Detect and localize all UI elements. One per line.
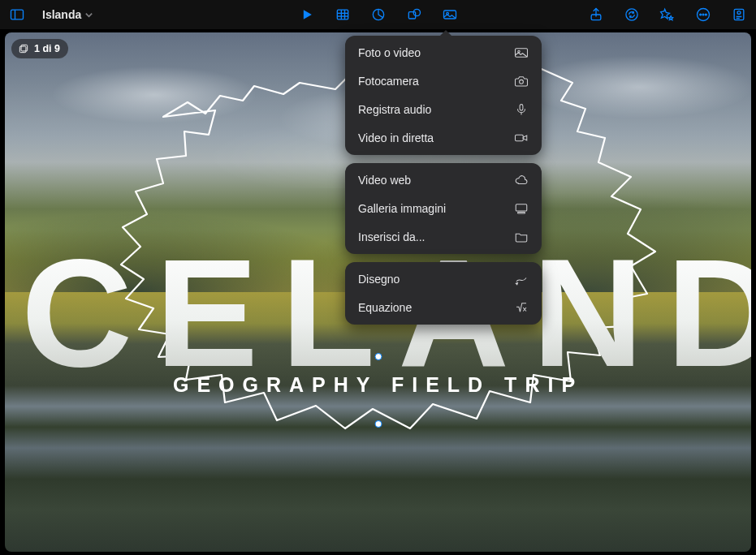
- svg-point-13: [626, 9, 637, 20]
- menu-item-label: Equazione: [358, 301, 412, 314]
- svg-point-17: [705, 14, 706, 15]
- mic-icon: [514, 103, 529, 116]
- folder-icon: [514, 230, 529, 243]
- svg-rect-25: [520, 105, 523, 111]
- menu-item-camera[interactable]: Fotocamera: [348, 67, 538, 95]
- more-icon[interactable]: [694, 6, 712, 24]
- photo-icon: [514, 46, 529, 59]
- slide-subtitle[interactable]: GEOGRAPHY FIELD TRIP: [173, 373, 583, 397]
- menu-item-insert-from[interactable]: Inserisci da...: [348, 223, 538, 251]
- menu-item-equation[interactable]: Equazione: [348, 294, 538, 321]
- svg-point-16: [702, 14, 704, 15]
- document-title[interactable]: Islanda: [42, 8, 93, 21]
- gallery-icon: [514, 202, 529, 215]
- svg-rect-29: [518, 213, 525, 214]
- svg-rect-0: [11, 10, 24, 19]
- cloud-icon: [514, 174, 529, 187]
- video-icon: [514, 131, 529, 144]
- menu-item-label: Inserisci da...: [358, 230, 425, 243]
- chart-icon[interactable]: [369, 6, 387, 24]
- menu-item-drawing[interactable]: Disegno: [348, 265, 538, 293]
- insert-media-group-2: Video web Galleria immagini Inserisci da…: [345, 163, 542, 254]
- document-title-text: Islanda: [42, 8, 81, 21]
- menu-item-live-video[interactable]: Video in diretta: [348, 124, 538, 152]
- menu-item-label: Fotocamera: [358, 75, 419, 88]
- table-icon[interactable]: [334, 6, 352, 24]
- svg-rect-2: [337, 10, 348, 19]
- menu-item-label: Galleria immagini: [358, 202, 446, 215]
- selection-handle-bottom[interactable]: [374, 420, 382, 428]
- animate-icon[interactable]: [659, 6, 676, 24]
- menu-item-label: Foto o video: [358, 46, 421, 59]
- svg-rect-21: [19, 46, 26, 53]
- play-icon[interactable]: [298, 6, 316, 24]
- menu-item-web-video[interactable]: Video web: [348, 166, 538, 194]
- camera-icon: [514, 75, 529, 88]
- svg-point-9: [413, 9, 420, 15]
- equation-icon: [514, 301, 529, 314]
- svg-point-23: [518, 50, 520, 52]
- menu-item-photo-video[interactable]: Foto o video: [348, 39, 538, 67]
- media-icon[interactable]: [441, 6, 459, 24]
- chevron-down-icon: [84, 11, 93, 19]
- menu-item-record-audio[interactable]: Registra audio: [348, 96, 538, 123]
- svg-rect-20: [21, 45, 28, 51]
- share-icon[interactable]: [587, 6, 605, 24]
- format-icon[interactable]: [730, 6, 748, 24]
- menu-item-image-gallery[interactable]: Galleria immagini: [348, 195, 538, 222]
- sync-icon[interactable]: [623, 6, 641, 24]
- insert-media-group-1: Foto o video Fotocamera Registra audio V…: [345, 36, 542, 155]
- top-toolbar: Islanda: [0, 0, 756, 29]
- slide-counter-badge[interactable]: 1 di 9: [11, 39, 68, 58]
- insert-media-group-3: Disegno Equazione: [345, 262, 542, 325]
- svg-point-24: [520, 80, 524, 84]
- svg-rect-28: [516, 204, 527, 211]
- slide-counter-text: 1 di 9: [34, 43, 60, 54]
- insert-media-popover: Foto o video Fotocamera Registra audio V…: [345, 36, 542, 333]
- svg-point-15: [700, 14, 702, 15]
- menu-item-label: Video web: [358, 174, 411, 187]
- menu-item-label: Video in diretta: [358, 131, 434, 144]
- draw-icon: [514, 273, 529, 286]
- selection-handle-top[interactable]: [374, 353, 382, 360]
- menu-item-label: Registra audio: [358, 103, 431, 116]
- svg-rect-27: [516, 135, 524, 141]
- sidebar-toggle-icon[interactable]: [8, 6, 26, 24]
- menu-item-label: Disegno: [358, 273, 400, 286]
- shape-icon[interactable]: [405, 6, 423, 24]
- svg-point-19: [737, 11, 741, 15]
- slides-stack-icon: [18, 43, 29, 54]
